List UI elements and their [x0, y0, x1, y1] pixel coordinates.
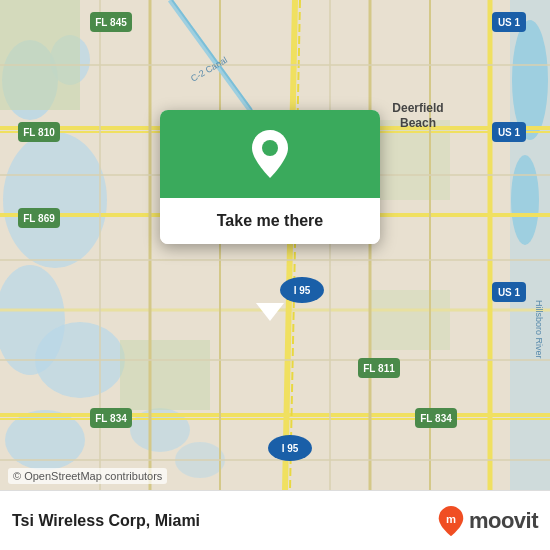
location-name: Tsi Wireless Corp, Miami [12, 512, 437, 530]
svg-rect-12 [0, 0, 80, 110]
svg-text:FL 811: FL 811 [363, 363, 395, 374]
bottom-bar: Tsi Wireless Corp, Miami m moovit [0, 490, 550, 550]
map-attribution: © OpenStreetMap contributors [8, 468, 167, 484]
moovit-pin-icon: m [437, 505, 465, 537]
map-container: FL 845 US 1 FL 810 US 1 FL 869 I 95 US 1… [0, 0, 550, 490]
svg-text:FL 810: FL 810 [23, 127, 55, 138]
svg-text:Beach: Beach [400, 116, 436, 130]
svg-rect-13 [120, 340, 210, 410]
svg-point-11 [511, 155, 539, 245]
moovit-logo: m moovit [437, 505, 538, 537]
svg-text:FL 845: FL 845 [95, 17, 127, 28]
moovit-brand-text: moovit [469, 508, 538, 534]
svg-text:US 1: US 1 [498, 17, 521, 28]
svg-text:Hillsboro River: Hillsboro River [534, 300, 544, 359]
svg-text:US 1: US 1 [498, 287, 521, 298]
svg-text:FL 834: FL 834 [420, 413, 452, 424]
svg-text:FL 869: FL 869 [23, 213, 55, 224]
svg-text:FL 834: FL 834 [95, 413, 127, 424]
svg-text:I 95: I 95 [294, 285, 311, 296]
svg-point-1 [3, 132, 107, 268]
location-pin-icon [248, 128, 292, 180]
svg-text:Deerfield: Deerfield [392, 101, 443, 115]
popup-pointer [256, 303, 284, 321]
take-me-there-button[interactable]: Take me there [160, 198, 380, 244]
svg-text:US 1: US 1 [498, 127, 521, 138]
svg-text:I 95: I 95 [282, 443, 299, 454]
popup-card: Take me there [160, 110, 380, 244]
svg-text:m: m [446, 512, 456, 524]
svg-point-65 [262, 140, 278, 156]
popup-green-area [160, 110, 380, 198]
svg-rect-15 [370, 290, 450, 350]
